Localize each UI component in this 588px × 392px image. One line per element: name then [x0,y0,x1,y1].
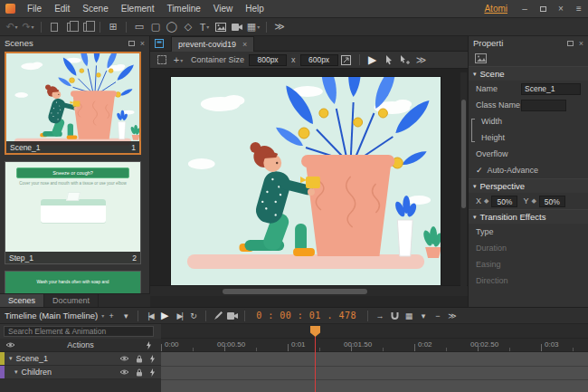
ellipse-tool-icon[interactable]: ◯ [165,20,179,34]
tab-scenes[interactable]: Scenes [0,294,44,307]
scenes-panel-header: Scenes × [0,36,149,50]
add-timeline-button[interactable]: + [104,309,119,323]
camera-icon [227,312,238,320]
collapse-timeline-button[interactable]: − [431,309,445,323]
overflow-row: Overflow [469,146,588,162]
dock-documents-icon[interactable] [152,36,166,51]
grid-options-caret-icon[interactable]: ▾ [416,309,431,323]
children-lock-icon[interactable] [136,368,143,377]
auto-advance-row[interactable]: ✓ Auto-Advance [469,162,588,178]
horizontal-scroll-thumb[interactable] [223,289,367,294]
timeline-ruler-top[interactable] [161,324,588,339]
menu-file[interactable]: File [21,0,48,17]
timeline-track-area[interactable] [161,352,588,392]
loop-playback-icon[interactable]: ↻ [186,309,201,323]
video-tool-icon[interactable] [230,20,244,34]
timeline-grid-icon[interactable]: ▦ [402,309,416,323]
duration-label: Duration [476,244,521,253]
stage[interactable] [171,77,441,285]
timeline-ruler[interactable]: 0:00 00:00.50 0:01 00:01.50 0:02 00:02.5… [161,339,588,352]
timeline-row-children[interactable]: ▾ Children [0,366,161,379]
menu-timeline[interactable]: Timeline [160,0,206,17]
tab-document[interactable]: Document [44,294,99,307]
capture-snapshot-icon[interactable] [225,309,240,323]
go-to-end-button[interactable]: ▶| [172,309,186,323]
interaction-tool-icon[interactable] [398,53,413,67]
cut-icon[interactable] [47,20,62,34]
scene-thumbnail-2[interactable]: Sneeze or cough? Cover your nose and mou… [5,161,141,264]
selection-frame-icon[interactable] [155,53,169,67]
pointer-tool-icon[interactable] [382,53,396,67]
container-height-input[interactable] [300,54,338,66]
menu-view[interactable]: View [207,0,240,17]
timeline-selector[interactable]: Timeline (Main Timeline) [5,311,98,320]
window-menu-icon[interactable]: ≡ [570,0,588,17]
auto-advance-check-icon[interactable]: ✓ [476,166,483,175]
symbol-tool-icon[interactable]: ▦▾ [246,20,261,34]
undo-icon[interactable]: ↶▾ [5,20,19,34]
scenes-float-icon[interactable] [128,41,135,46]
scene1-lock-icon[interactable] [136,355,143,363]
rounded-rectangle-tool-icon[interactable]: ▢ [148,20,163,34]
document-tab[interactable]: prevent-covid19 × [171,36,254,52]
container-width-input[interactable] [249,54,287,66]
section-perspective[interactable]: ▾ Perspective [469,178,588,193]
menu-scene[interactable]: Scene [76,0,114,17]
copy-icon[interactable] [63,20,78,34]
playhead-line [315,328,316,392]
scene-thumbnail-3[interactable]: Wash your hands often with soap and [5,271,141,294]
auto-keyframe-pencil-icon[interactable] [211,309,225,323]
insert-element-icon[interactable]: ⊞ [106,20,120,34]
scene-properties-icon[interactable] [475,53,487,63]
more-tools-chevron-icon[interactable]: ≫ [272,20,287,34]
maximize-button[interactable] [534,0,552,17]
menu-help[interactable]: Help [239,0,270,17]
perspective-y-value[interactable]: 50% [539,196,565,207]
children-bolt-icon[interactable] [149,368,156,377]
document-tab-close-icon[interactable]: × [242,40,247,49]
scene-name-input[interactable] [521,83,581,95]
menu-element[interactable]: Element [115,0,161,17]
jump-to-playhead-icon[interactable]: → [373,309,387,323]
play-button[interactable]: ▶ [157,309,172,323]
scene-thumbnail-1[interactable]: Scene_1 1 [5,52,141,155]
class-name-input[interactable] [521,100,566,111]
section-transition-effects[interactable]: ▾ Transition Effects [469,209,588,224]
properties-panel-title: Properti [473,38,503,48]
class-name-label: Class Name [476,100,521,110]
search-element-animation-input[interactable] [4,326,154,337]
image-tool-icon[interactable] [213,20,228,34]
children-expand-triangle-icon[interactable]: ▾ [14,368,18,376]
section-scene[interactable]: ▾ Scene [469,66,588,81]
properties-float-icon[interactable] [567,41,574,46]
menu-edit[interactable]: Edit [48,0,76,17]
add-scene-button[interactable]: +▾ [171,53,185,67]
children-eye-icon[interactable] [119,368,129,376]
rectangle-tool-icon[interactable]: ▭ [132,20,147,34]
stage-more-chevron-icon[interactable]: ≫ [414,53,429,67]
canvas-viewport[interactable] [150,69,468,296]
fit-stage-icon[interactable] [339,53,354,67]
properties-close-icon[interactable]: × [579,39,583,48]
brand-link[interactable]: Atomi [476,4,516,14]
canvas-horizontal-scrollbar[interactable] [150,285,468,296]
text-tool-icon[interactable]: T▾ [197,20,212,34]
minimize-button[interactable]: – [516,0,534,17]
scene1-eye-icon[interactable] [119,355,129,362]
timeline-more-chevron-icon[interactable]: ≫ [445,309,460,323]
close-button[interactable]: × [552,0,570,17]
scenes-close-icon[interactable]: × [140,39,145,48]
preview-play-button[interactable]: ▶ [365,53,380,67]
diamond-tool-icon[interactable]: ◇ [181,20,195,34]
snap-magnet-icon[interactable] [387,309,402,323]
paste-icon[interactable] [80,20,94,34]
scene1-bolt-icon[interactable] [149,355,156,363]
scene1-expand-triangle-icon[interactable]: ▾ [9,355,13,362]
vertical-scroll-thumb[interactable] [461,100,466,208]
timeline-row-scene1[interactable]: ▾ Scene_1 [0,352,161,366]
canvas-vertical-scrollbar[interactable] [460,72,467,296]
perspective-x-value[interactable]: 50% [491,196,517,207]
go-to-start-button[interactable]: |◀ [143,309,157,323]
timeline-options-caret-icon[interactable]: ▾ [119,309,133,323]
redo-icon[interactable]: ↷▾ [21,20,35,34]
